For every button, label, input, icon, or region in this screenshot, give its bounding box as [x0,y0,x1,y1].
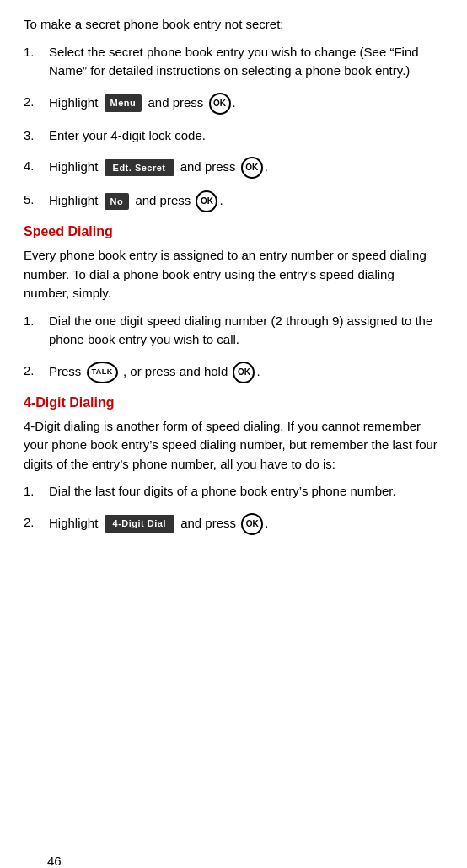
step-5-before: Highlight [49,193,98,207]
step-5: 5. Highlight No and press OK. [24,190,443,212]
step-4-after: . [265,159,268,174]
step-1-num: 1. [24,43,49,62]
four-digit-step-2-content: Highlight 4-Digit Dial and press OK. [49,513,443,535]
main-content: To make a secret phone book entry not se… [24,15,443,535]
four-digit-step-2-before: Highlight [49,515,98,529]
step-5-ok-btn: OK [196,190,217,212]
step-4: 4. Highlight Edt. Secret and press OK. [24,157,443,179]
page-number: 46 [47,854,62,868]
step-3-num: 3. [24,126,49,146]
speed-step-1: 1. Dial the one digit speed dialing numb… [24,312,443,350]
four-digit-step-2-ok-btn: OK [241,513,263,535]
step-1-text: Select the secret phone book entry you w… [49,43,443,81]
four-digit-heading: 4-Digit Dialing [24,395,443,410]
speed-dialing-heading: Speed Dialing [24,224,443,239]
step-4-num: 4. [24,157,49,176]
step-2-num: 2. [24,93,49,112]
four-digit-body: 4-Digit dialing is another form of speed… [24,417,443,474]
step-2-chip: Menu [105,94,142,112]
step-4-mid: and press [180,159,236,174]
talk-btn: TALK [87,362,118,383]
four-digit-step-2-chip: 4-Digit Dial [105,515,174,533]
four-digit-step-1-text: Dial the last four digits of a phone boo… [49,482,443,501]
speed-step-1-text: Dial the one digit speed dialing number … [49,312,443,350]
speed-step-2-before: Press [49,363,81,378]
step-2-ok-btn: OK [209,93,231,115]
speed-step-1-num: 1. [24,312,49,331]
speed-step-2-ok-btn: OK [233,362,255,383]
intro-text: To make a secret phone book entry not se… [24,15,443,35]
step-2-content: Highlight Menu and press OK. [49,93,443,115]
four-digit-step-1: 1. Dial the last four digits of a phone … [24,482,443,501]
step-2-before: Highlight [49,94,98,109]
speed-step-2-after: . [256,363,260,378]
step-3-text: Enter your 4-digit lock code. [49,126,443,146]
four-digit-step-1-num: 1. [24,482,49,501]
step-3: 3. Enter your 4-digit lock code. [24,126,443,146]
four-digit-dialing-section: 4-Digit Dialing 4-Digit dialing is anoth… [24,395,443,535]
step-4-chip: Edt. Secret [105,159,174,177]
speed-step-2-content: Press TALK , or press and hold OK. [49,362,443,383]
step-2-mid: and press [148,94,203,109]
four-digit-step-2-mid: and press [180,515,236,529]
step-5-after: . [219,193,223,207]
page-container: To make a secret phone book entry not se… [24,15,443,868]
four-digit-step-2: 2. Highlight 4-Digit Dial and press OK. [24,513,443,535]
step-4-ok-btn: OK [241,157,263,179]
speed-step-2-mid: , or press and hold [123,363,228,378]
step-1: 1. Select the secret phone book entry yo… [24,43,443,81]
steps-list-1: 1. Select the secret phone book entry yo… [24,43,443,213]
four-digit-steps: 1. Dial the last four digits of a phone … [24,482,443,535]
speed-dialing-body: Every phone book entry is assigned to an… [24,246,443,303]
four-digit-step-2-num: 2. [24,513,49,533]
step-5-num: 5. [24,190,49,210]
step-5-mid: and press [135,193,191,207]
step-5-content: Highlight No and press OK. [49,190,443,212]
speed-step-2-num: 2. [24,362,49,381]
step-2-after: . [233,94,236,109]
four-digit-step-2-after: . [265,515,268,529]
step-2: 2. Highlight Menu and press OK. [24,93,443,115]
step-5-chip: No [105,193,130,211]
speed-step-2: 2. Press TALK , or press and hold OK. [24,362,443,383]
step-4-before: Highlight [49,159,98,174]
step-4-content: Highlight Edt. Secret and press OK. [49,157,443,179]
speed-dialing-steps: 1. Dial the one digit speed dialing numb… [24,312,443,383]
speed-dialing-section: Speed Dialing Every phone book entry is … [24,224,443,383]
